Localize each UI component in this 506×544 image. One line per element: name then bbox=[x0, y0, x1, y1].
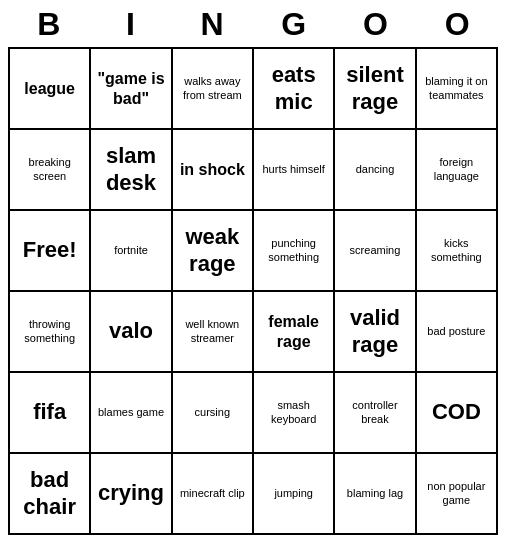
title-letter-i: I bbox=[95, 6, 165, 43]
cell-23: bad posture bbox=[416, 291, 497, 372]
cell-19: valo bbox=[90, 291, 171, 372]
cell-0: league bbox=[9, 48, 90, 129]
bingo-grid: league"game is bad"walks away from strea… bbox=[8, 47, 498, 535]
cell-4: silent rage bbox=[334, 48, 415, 129]
cell-25: blames game bbox=[90, 372, 171, 453]
title-letter-b: B bbox=[14, 6, 84, 43]
cell-29: COD bbox=[416, 372, 497, 453]
cell-8: in shock bbox=[172, 129, 253, 210]
title-letter-o: O bbox=[422, 6, 492, 43]
cell-10: dancing bbox=[334, 129, 415, 210]
cell-15: punching something bbox=[253, 210, 334, 291]
cell-5: blaming it on teammates bbox=[416, 48, 497, 129]
cell-11: foreign language bbox=[416, 129, 497, 210]
cell-3: eats mic bbox=[253, 48, 334, 129]
cell-7: slam desk bbox=[90, 129, 171, 210]
title-letter-g: G bbox=[259, 6, 329, 43]
bingo-title: BINGOO bbox=[8, 0, 498, 47]
cell-2: walks away from stream bbox=[172, 48, 253, 129]
cell-18: throwing something bbox=[9, 291, 90, 372]
cell-21: female rage bbox=[253, 291, 334, 372]
cell-14: weak rage bbox=[172, 210, 253, 291]
cell-9: hurts himself bbox=[253, 129, 334, 210]
cell-28: controller break bbox=[334, 372, 415, 453]
cell-1: "game is bad" bbox=[90, 48, 171, 129]
title-letter-n: N bbox=[177, 6, 247, 43]
cell-17: kicks something bbox=[416, 210, 497, 291]
cell-22: valid rage bbox=[334, 291, 415, 372]
cell-27: smash keyboard bbox=[253, 372, 334, 453]
cell-31: crying bbox=[90, 453, 171, 534]
cell-34: blaming lag bbox=[334, 453, 415, 534]
cell-35: non popular game bbox=[416, 453, 497, 534]
cell-16: screaming bbox=[334, 210, 415, 291]
cell-12: Free! bbox=[9, 210, 90, 291]
cell-30: bad chair bbox=[9, 453, 90, 534]
cell-24: fifa bbox=[9, 372, 90, 453]
cell-26: cursing bbox=[172, 372, 253, 453]
cell-33: jumping bbox=[253, 453, 334, 534]
cell-13: fortnite bbox=[90, 210, 171, 291]
cell-32: minecraft clip bbox=[172, 453, 253, 534]
cell-20: well known streamer bbox=[172, 291, 253, 372]
cell-6: breaking screen bbox=[9, 129, 90, 210]
title-letter-o: O bbox=[340, 6, 410, 43]
